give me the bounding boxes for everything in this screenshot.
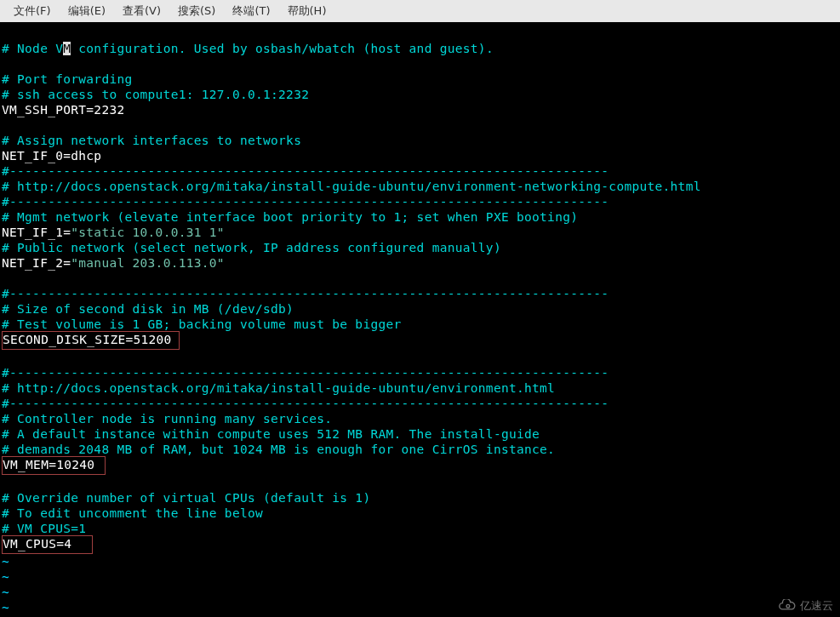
code-line: # VM_CPUS=1	[2, 522, 86, 535]
code-line: # Node VM configuration. Used by osbash/…	[2, 42, 494, 55]
menu-terminal[interactable]: 终端(T)	[224, 0, 278, 22]
cloud-icon	[778, 599, 797, 613]
highlighted-setting-disk: SECOND_DISK_SIZE=51200	[2, 331, 180, 350]
code-line: NET_IF_0=dhcp	[2, 149, 101, 163]
menu-file[interactable]: 文件(F)	[5, 0, 60, 22]
menu-edit[interactable]: 编辑(E)	[60, 0, 114, 22]
highlighted-setting-cpus: VM_CPUS=4	[2, 535, 93, 554]
code-line: # http://docs.openstack.org/mitaka/insta…	[2, 180, 701, 193]
code-line: #---------------------------------------…	[2, 287, 609, 300]
code-line: # ssh access to compute1: 127.0.0.1:2232	[2, 88, 309, 101]
menubar: 文件(F) 编辑(E) 查看(V) 搜索(S) 终端(T) 帮助(H)	[0, 0, 840, 22]
code-line: # Controller node is running many servic…	[2, 412, 332, 426]
highlighted-setting-mem: VM_MEM=10240	[2, 456, 106, 475]
empty-line-tilde: ~	[2, 601, 9, 614]
code-line: # To edit uncomment the line below	[2, 506, 263, 520]
code-line: VM_SSH_PORT=2232	[2, 103, 124, 117]
code-line: #---------------------------------------…	[2, 195, 609, 209]
code-line: NET_IF_2="manual 203.0.113.0"	[2, 256, 225, 270]
code-line: #---------------------------------------…	[2, 397, 609, 410]
code-line: # Mgmt network (elevate interface boot p…	[2, 210, 578, 224]
code-line: NET_IF_1="static 10.0.0.31 1"	[2, 226, 225, 239]
code-line: # Size of second disk in MB (/dev/sdb)	[2, 302, 294, 316]
code-line: # Port forwarding	[2, 72, 133, 86]
code-line: # http://docs.openstack.org/mitaka/insta…	[2, 381, 555, 395]
code-line: # A default instance within compute uses…	[2, 427, 540, 441]
text-cursor: M	[63, 42, 71, 55]
code-line: # Assign network interfaces to networks	[2, 134, 301, 147]
terminal-editor[interactable]: # Node VM configuration. Used by osbash/…	[0, 22, 840, 617]
menu-view[interactable]: 查看(V)	[114, 0, 169, 22]
empty-line-tilde: ~	[2, 570, 9, 584]
watermark-text: 亿速云	[800, 598, 833, 614]
code-line: #---------------------------------------…	[2, 164, 609, 178]
svg-point-0	[786, 604, 790, 608]
code-line: #---------------------------------------…	[2, 366, 609, 380]
code-line: # demands 2048 MB of RAM, but 1024 MB is…	[2, 443, 555, 456]
watermark: 亿速云	[778, 598, 833, 614]
empty-line-tilde: ~	[2, 555, 9, 568]
empty-line-tilde: ~	[2, 586, 9, 599]
menu-search[interactable]: 搜索(S)	[169, 0, 224, 22]
code-line: # Override number of virtual CPUs (defau…	[2, 491, 370, 505]
code-line: # Test volume is 1 GB; backing volume mu…	[2, 317, 402, 331]
code-line: # Public network (select network, IP add…	[2, 241, 501, 254]
menu-help[interactable]: 帮助(H)	[279, 0, 335, 22]
